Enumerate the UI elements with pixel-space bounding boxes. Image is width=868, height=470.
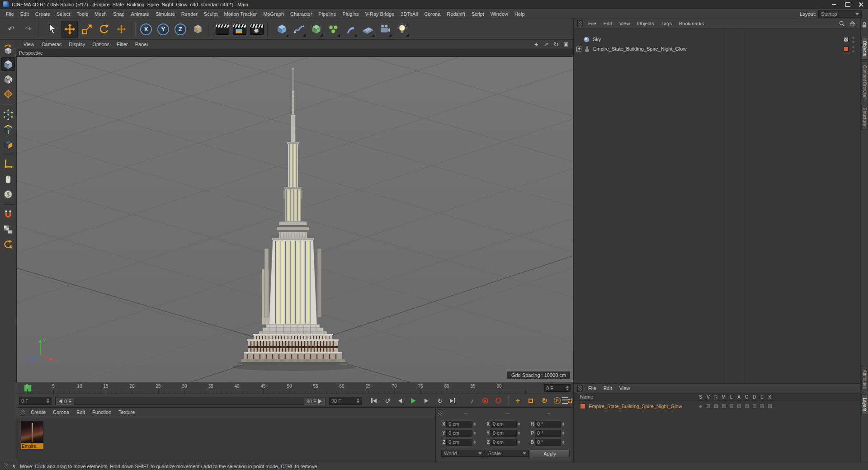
model-mode-button[interactable] bbox=[1, 57, 15, 71]
stepper-icon[interactable] bbox=[562, 441, 565, 444]
move-tool-button[interactable] bbox=[61, 21, 78, 38]
menu-3dtoall[interactable]: 3DToAll bbox=[397, 10, 421, 18]
points-mode-button[interactable] bbox=[1, 108, 15, 121]
menu-tools[interactable]: Tools bbox=[73, 10, 91, 18]
last-tool-button[interactable] bbox=[113, 21, 129, 38]
viewport-menu-display[interactable]: Display bbox=[65, 41, 89, 48]
next-key-button[interactable] bbox=[434, 396, 445, 405]
make-editable-button[interactable] bbox=[1, 42, 15, 56]
go-to-end-button[interactable] bbox=[447, 396, 458, 405]
scale-tool-button[interactable] bbox=[79, 21, 95, 38]
layout-select[interactable]: Startup bbox=[818, 10, 862, 18]
zoom-view-icon[interactable] bbox=[542, 41, 550, 47]
rotate-view-icon[interactable] bbox=[552, 41, 560, 47]
panel-grip[interactable] bbox=[577, 20, 583, 27]
menu-plugins[interactable]: Plugins bbox=[339, 10, 362, 18]
menu-redshift[interactable]: Redshift bbox=[443, 10, 468, 18]
visibility-dots-icon[interactable] bbox=[852, 36, 855, 43]
layer-row[interactable]: Empire_State_Building_Spire_Night_Glow bbox=[574, 402, 860, 411]
viewport-menu-panel[interactable]: Panel bbox=[132, 41, 151, 48]
close-button[interactable] bbox=[854, 0, 868, 9]
redo-button[interactable] bbox=[19, 21, 36, 38]
stepper-icon[interactable] bbox=[562, 432, 565, 435]
material-menu-edit[interactable]: Edit bbox=[73, 409, 89, 416]
object-row-empire-state-building[interactable]: Empire_State_Building_Spire_Night_Glow bbox=[574, 44, 860, 53]
material-thumbnail[interactable] bbox=[21, 421, 43, 443]
size-y-field[interactable]: 0 cm bbox=[491, 430, 517, 437]
lm-menu-file[interactable]: File bbox=[585, 385, 600, 392]
om-menu-view[interactable]: View bbox=[616, 20, 634, 27]
edges-mode-button[interactable] bbox=[1, 122, 15, 136]
live-selection-button[interactable] bbox=[44, 21, 61, 38]
previous-key-button[interactable] bbox=[381, 396, 393, 405]
om-menu-edit[interactable]: Edit bbox=[600, 20, 616, 27]
menu-render[interactable]: Render bbox=[178, 10, 201, 18]
stepper-icon[interactable] bbox=[562, 423, 565, 426]
undo-button[interactable] bbox=[2, 21, 19, 38]
next-frame-button[interactable] bbox=[420, 396, 432, 405]
material-menu-texture[interactable]: Texture bbox=[115, 409, 138, 416]
rotation-p-field[interactable]: 0 ° bbox=[535, 430, 561, 437]
stepper-icon[interactable] bbox=[473, 432, 476, 435]
range-end-thumb[interactable]: 90 F bbox=[304, 398, 325, 405]
home-icon[interactable] bbox=[849, 20, 856, 27]
layer-solo-toggle[interactable] bbox=[697, 405, 704, 408]
om-menu-file[interactable]: File bbox=[585, 20, 600, 27]
om-menu-tags[interactable]: Tags bbox=[658, 20, 675, 27]
expand-icon[interactable] bbox=[576, 47, 581, 52]
lock-z-axis-button[interactable]: Z bbox=[172, 21, 189, 38]
keyframe-position-toggle[interactable] bbox=[512, 396, 524, 405]
menu-edit[interactable]: Edit bbox=[17, 10, 32, 18]
toggle-views-icon[interactable] bbox=[562, 41, 570, 47]
layer-manager-toggle[interactable] bbox=[720, 404, 727, 408]
keyframe-rotation-toggle[interactable] bbox=[538, 396, 550, 405]
preview-range-slider[interactable]: 0 F 90 F bbox=[55, 397, 326, 405]
workplane-mode-button[interactable] bbox=[1, 87, 15, 101]
position-z-field[interactable]: 0 cm bbox=[446, 439, 472, 446]
enable-snap-button[interactable] bbox=[1, 208, 15, 221]
current-frame-field[interactable]: 0 F bbox=[19, 397, 52, 405]
coordinate-globe-button[interactable] bbox=[1, 188, 15, 201]
play-button[interactable] bbox=[407, 396, 419, 405]
add-subdivision-surface-button[interactable] bbox=[308, 21, 324, 38]
visibility-dots-icon[interactable] bbox=[852, 46, 855, 53]
menu-simulate[interactable]: Simulate bbox=[152, 10, 178, 18]
side-tab-structure[interactable]: Structure bbox=[861, 104, 868, 130]
keyframe-scale-toggle[interactable] bbox=[525, 396, 537, 405]
viewport-menu-cameras[interactable]: Cameras bbox=[38, 41, 66, 48]
layer-expressions-toggle[interactable] bbox=[758, 404, 766, 408]
rotate-tool-button[interactable] bbox=[96, 21, 112, 38]
previous-frame-button[interactable] bbox=[394, 396, 406, 405]
render-picture-viewer-button[interactable] bbox=[231, 21, 248, 38]
menu-animate[interactable]: Animate bbox=[128, 10, 152, 18]
menu-window[interactable]: Window bbox=[487, 10, 511, 18]
transform-space-select[interactable]: World bbox=[441, 450, 485, 457]
viewport-menu-filter[interactable]: Filter bbox=[113, 41, 131, 48]
stepper-icon[interactable] bbox=[518, 441, 520, 444]
layer-color-chip[interactable] bbox=[580, 404, 585, 409]
spinner-arrows-icon[interactable] bbox=[566, 386, 569, 390]
menu-character[interactable]: Character bbox=[287, 10, 315, 18]
om-menu-bookmarks[interactable]: Bookmarks bbox=[675, 20, 708, 27]
go-to-start-button[interactable] bbox=[368, 396, 380, 405]
record-keyframe-button[interactable] bbox=[479, 396, 491, 405]
menu-select[interactable]: Select bbox=[53, 10, 74, 18]
menu-script[interactable]: Script bbox=[468, 10, 487, 18]
ruler-frame-field[interactable]: 0 F bbox=[544, 384, 571, 392]
layer-xref-toggle[interactable] bbox=[766, 404, 774, 408]
side-tab-objects[interactable]: Objects bbox=[861, 37, 868, 60]
size-z-field[interactable]: 0 cm bbox=[491, 439, 517, 446]
rotation-b-field[interactable]: 0 ° bbox=[535, 439, 561, 446]
add-deformer-button[interactable] bbox=[342, 21, 359, 38]
texture-mode-button[interactable] bbox=[1, 72, 15, 86]
viewport-menu-options[interactable]: Options bbox=[89, 41, 113, 48]
menu-create[interactable]: Create bbox=[32, 10, 53, 18]
menu-file[interactable]: File bbox=[3, 10, 17, 18]
coordinate-system-button[interactable] bbox=[189, 21, 206, 38]
autokeying-button[interactable] bbox=[492, 396, 504, 405]
menu-sculpt[interactable]: Sculpt bbox=[201, 10, 221, 18]
layer-view-toggle[interactable] bbox=[704, 404, 712, 408]
enable-axis-button[interactable] bbox=[1, 158, 15, 171]
layer-chip[interactable] bbox=[844, 47, 849, 52]
stepper-icon[interactable] bbox=[473, 423, 476, 426]
